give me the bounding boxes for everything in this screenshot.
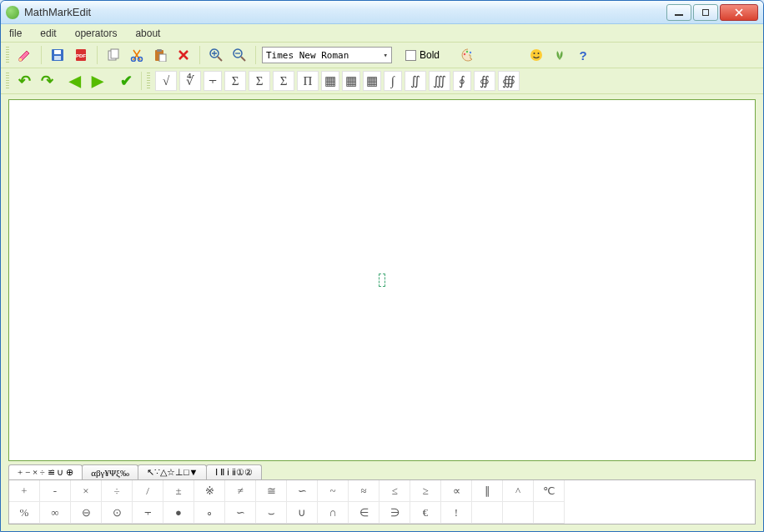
- symbol-cell[interactable]: ≈: [349, 480, 379, 502]
- symbol-cell[interactable]: ⌣: [256, 502, 287, 524]
- symbol-panel: + − × ÷ ≌ ∪ ⊕ αβγ¥Ψξ‰ ↖∵△☆⊥□▼ Ⅰ Ⅱ ⅰ ⅱ①② …: [1, 464, 763, 531]
- symbol-cell[interactable]: ∞: [40, 502, 71, 524]
- symbol-cell[interactable]: ⫟: [133, 502, 163, 524]
- op-iint[interactable]: ∬: [405, 71, 426, 91]
- tab-greek[interactable]: αβγ¥Ψξ‰: [82, 464, 138, 479]
- svg-point-15: [464, 53, 465, 55]
- menu-file[interactable]: file: [6, 26, 25, 41]
- op-sum1[interactable]: Σ: [224, 71, 246, 91]
- op-oiiint[interactable]: ∰: [498, 71, 520, 91]
- toolbar-grip: [6, 73, 9, 89]
- op-sum2[interactable]: Σ: [249, 71, 270, 91]
- undo-up-button[interactable]: ↷: [37, 71, 57, 91]
- symbol-row: +-×÷/±※≠≅∽~≈≤≥∝∥^℃: [9, 480, 755, 502]
- symbol-cell[interactable]: [472, 502, 503, 524]
- help-button[interactable]: ?: [573, 45, 593, 65]
- tab-shapes[interactable]: ↖∵△☆⊥□▼: [138, 464, 208, 479]
- redo-down-button[interactable]: ↶: [14, 71, 34, 91]
- symbol-cell[interactable]: !: [441, 502, 472, 524]
- svg-rect-2: [54, 50, 61, 54]
- op-oiint[interactable]: ∯: [474, 71, 495, 91]
- symbol-cell[interactable]: [503, 502, 534, 524]
- edit-button[interactable]: [15, 45, 35, 65]
- pdf-button[interactable]: PDF: [71, 45, 91, 65]
- symbol-cell[interactable]: ^: [503, 480, 534, 502]
- symbol-cell[interactable]: ∝: [441, 480, 472, 502]
- toolbar-grip: [147, 73, 150, 89]
- maximize-button[interactable]: [693, 4, 718, 21]
- delete-button[interactable]: [173, 45, 194, 65]
- window-title: MathMarkEdit: [24, 6, 666, 18]
- prev-button[interactable]: ◀: [65, 71, 85, 91]
- svg-rect-0: [19, 58, 22, 61]
- editor-canvas[interactable]: [8, 99, 756, 461]
- symbol-cell[interactable]: ∘: [194, 502, 225, 524]
- symbol-cell[interactable]: ÷: [102, 480, 133, 502]
- symbol-cell[interactable]: ≤: [379, 480, 410, 502]
- symbol-cell[interactable]: ∈: [349, 502, 379, 524]
- symbol-cell[interactable]: ⊖: [71, 502, 102, 524]
- symbol-cell[interactable]: ※: [194, 480, 225, 502]
- op-matrix3[interactable]: ▦: [363, 71, 381, 91]
- save-button[interactable]: [48, 45, 68, 65]
- symbol-cell[interactable]: ∋: [379, 502, 410, 524]
- symbol-cell[interactable]: ≥: [410, 480, 441, 502]
- minimize-button[interactable]: [666, 4, 691, 21]
- close-button[interactable]: [720, 4, 758, 21]
- op-iiint[interactable]: ∭: [429, 71, 450, 91]
- bold-label: Bold: [420, 49, 440, 61]
- menu-edit[interactable]: edit: [37, 26, 59, 41]
- cut-button[interactable]: [127, 45, 147, 65]
- symbol-cell[interactable]: ≠: [225, 480, 256, 502]
- symbol-cell[interactable]: ⊙: [102, 502, 133, 524]
- zoom-out-button[interactable]: [229, 45, 249, 65]
- smiley-button[interactable]: [526, 45, 546, 65]
- tab-basic-ops[interactable]: + − × ÷ ≌ ∪ ⊕: [8, 464, 83, 479]
- symbol-cell[interactable]: ∽: [287, 480, 318, 502]
- insertion-cursor: [379, 274, 385, 287]
- palette-button[interactable]: [458, 45, 478, 65]
- op-matrix1[interactable]: ▦: [321, 71, 339, 91]
- symbol-cell[interactable]: ∽: [225, 502, 256, 524]
- menubar: file edit operators about: [1, 24, 763, 43]
- zoom-in-button[interactable]: [206, 45, 226, 65]
- leaf-button[interactable]: [550, 45, 570, 65]
- symbol-cell[interactable]: ±: [163, 480, 194, 502]
- symbol-cell[interactable]: ∩: [318, 502, 349, 524]
- symbol-cell[interactable]: +: [9, 480, 40, 502]
- op-sqrt[interactable]: √: [155, 71, 177, 91]
- symbol-cell[interactable]: €: [410, 502, 441, 524]
- op-nthroot[interactable]: ∜: [179, 71, 201, 91]
- menu-about[interactable]: about: [132, 26, 163, 41]
- bold-checkbox[interactable]: [405, 50, 416, 61]
- bold-toggle[interactable]: Bold: [405, 49, 440, 61]
- paste-button[interactable]: [150, 45, 170, 65]
- op-prod[interactable]: Π: [297, 71, 319, 91]
- symbol-cell[interactable]: %: [9, 502, 40, 524]
- svg-point-16: [466, 51, 468, 53]
- symbol-cell[interactable]: ℃: [534, 480, 565, 502]
- symbol-cell[interactable]: ∥: [472, 480, 503, 502]
- symbol-cell[interactable]: ∪: [287, 502, 318, 524]
- op-sum3[interactable]: Σ: [273, 71, 294, 91]
- menu-operators[interactable]: operators: [72, 26, 121, 41]
- check-button[interactable]: ✔: [116, 71, 136, 91]
- font-select[interactable]: Times New Roman ▾: [262, 47, 392, 63]
- copy-button[interactable]: [103, 45, 123, 65]
- symbol-cell[interactable]: ~: [318, 480, 349, 502]
- op-int[interactable]: ∫: [384, 71, 402, 91]
- symbol-cell[interactable]: ≅: [256, 480, 287, 502]
- symbol-cell[interactable]: ●: [163, 502, 194, 524]
- symbol-cell[interactable]: [534, 502, 565, 524]
- op-matrix2[interactable]: ▦: [342, 71, 360, 91]
- tab-numerals[interactable]: Ⅰ Ⅱ ⅰ ⅱ①②: [206, 464, 261, 479]
- symbol-cell[interactable]: /: [133, 480, 163, 502]
- op-abs[interactable]: ⫟: [204, 71, 222, 91]
- titlebar: MathMarkEdit: [1, 1, 763, 24]
- main-toolbar: PDF Times New Roman ▾ Bold: [1, 43, 763, 68]
- symbol-grid: +-×÷/±※≠≅∽~≈≤≥∝∥^℃ %∞⊖⊙⫟●∘∽⌣∪∩∈∋€!: [8, 479, 756, 524]
- next-button[interactable]: ▶: [88, 71, 108, 91]
- symbol-cell[interactable]: ×: [71, 480, 102, 502]
- symbol-cell[interactable]: -: [40, 480, 71, 502]
- op-oint[interactable]: ∮: [453, 71, 471, 91]
